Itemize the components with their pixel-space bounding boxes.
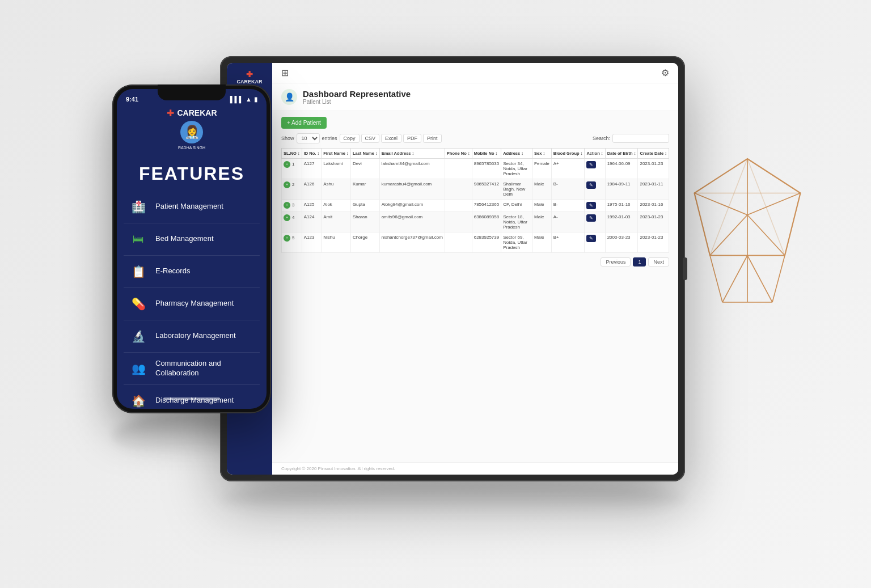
col-action: Action ↕ bbox=[585, 148, 605, 158]
header-title: Dashboard Representative bbox=[303, 89, 411, 99]
cell-mobile: 8965785635 bbox=[472, 158, 501, 179]
cell-dob: 1975-01-16 bbox=[605, 199, 638, 211]
cell-id: A125 bbox=[302, 199, 322, 211]
action-button[interactable]: ✎ bbox=[586, 181, 596, 189]
cell-id: A123 bbox=[302, 232, 322, 252]
action-button[interactable]: ✎ bbox=[586, 161, 596, 168]
cell-action[interactable]: ✎ bbox=[585, 158, 605, 179]
menu-item-pharmacy[interactable]: 💊 Pharmacy Management bbox=[124, 288, 260, 320]
tablet-topbar: ⊞ ⚙ bbox=[272, 63, 678, 83]
cell-email: lakshami84@gmail.com bbox=[379, 158, 445, 179]
action-button[interactable]: ✎ bbox=[586, 214, 596, 222]
tablet-footer: Copyright © 2020 Pinsout Innovation. All… bbox=[272, 462, 678, 475]
cell-mobile: 9865327412 bbox=[472, 179, 501, 199]
copy-button[interactable]: Copy bbox=[340, 134, 360, 143]
table-controls: Show 10 25 50 entries Copy CSV Excel bbox=[281, 133, 669, 143]
table-row: + 5 A123 Nishu Chorge nishantchorge737@g… bbox=[282, 232, 669, 252]
cell-firstname: Lakshami bbox=[322, 158, 351, 179]
cell-lastname: Gupta bbox=[350, 199, 379, 211]
add-patient-button[interactable]: + Add Patient bbox=[281, 117, 327, 129]
print-button[interactable]: Print bbox=[423, 134, 442, 143]
cell-created: 2023-01-23 bbox=[638, 158, 669, 179]
menu-item-discharge[interactable]: 🏠 Discharge Management bbox=[124, 385, 260, 409]
cell-firstname: Alok bbox=[322, 199, 351, 211]
phone-menu: 🏥 Patient Management 🛏 Bed Management 📋 … bbox=[117, 191, 267, 409]
cell-email: kumarashu4@gmail.com bbox=[379, 179, 445, 199]
header-text: Dashboard Representative Patient List bbox=[303, 89, 411, 105]
footer-text: Copyright © 2020 Pinsout Innovation. All… bbox=[281, 466, 395, 471]
cell-blood: B- bbox=[551, 199, 585, 211]
wifi-icon: ▲ bbox=[246, 96, 252, 103]
geometric-decoration bbox=[685, 153, 810, 311]
pdf-button[interactable]: PDF bbox=[403, 134, 421, 143]
svg-line-7 bbox=[772, 255, 785, 302]
cell-phone bbox=[445, 211, 472, 232]
home-indicator bbox=[163, 397, 220, 400]
cell-address: Sector 69, Noida, Uttar Pradesh bbox=[501, 232, 532, 252]
col-dob: Date of Birth ↕ bbox=[605, 148, 638, 158]
cell-mobile: 6283925739 bbox=[472, 232, 501, 252]
excel-button[interactable]: Excel bbox=[381, 134, 401, 143]
table-row: + 3 A125 Alok Gupta Alokg84@gmail.com 78… bbox=[282, 199, 669, 211]
scene: 9:41 ▌▌▌ ▲ ▮ ✚ CAREKAR 👩‍⚕️ RADHA SINGH bbox=[95, 39, 776, 549]
phone-status-icons: ▌▌▌ ▲ ▮ bbox=[230, 96, 257, 103]
search-input[interactable] bbox=[612, 134, 669, 143]
cell-action[interactable]: ✎ bbox=[585, 179, 605, 199]
cell-phone bbox=[445, 199, 472, 211]
cell-action[interactable]: ✎ bbox=[585, 199, 605, 211]
bed-icon: 🛏 bbox=[128, 229, 149, 249]
battery-icon: ▮ bbox=[254, 96, 257, 103]
action-button[interactable]: ✎ bbox=[586, 235, 596, 242]
gear-icon[interactable]: ⚙ bbox=[661, 67, 669, 78]
svg-line-2 bbox=[747, 193, 801, 215]
cell-address: Sector 18, Noida, Uttar Pradesh bbox=[501, 211, 532, 232]
cell-email: amits96@gmail.com bbox=[379, 211, 445, 232]
cell-dob: 1992-01-03 bbox=[605, 211, 638, 232]
table-controls-left: Show 10 25 50 entries Copy CSV Excel bbox=[281, 133, 442, 143]
cell-slno: + 1 bbox=[282, 158, 302, 179]
cell-action[interactable]: ✎ bbox=[585, 211, 605, 232]
menu-item-patient[interactable]: 🏥 Patient Management bbox=[124, 191, 260, 223]
menu-item-laboratory[interactable]: 🔬 Laboratory Management bbox=[124, 320, 260, 353]
menu-item-bed[interactable]: 🛏 Bed Management bbox=[124, 223, 260, 256]
export-buttons: Copy CSV Excel PDF Print bbox=[340, 134, 442, 143]
cell-action[interactable]: ✎ bbox=[585, 232, 605, 252]
col-blood: Blood Group ↕ bbox=[551, 148, 585, 158]
col-address: Address ↕ bbox=[501, 148, 532, 158]
cell-blood: A+ bbox=[551, 158, 585, 179]
brand-name: CAREKAR bbox=[177, 108, 217, 117]
bed-label: Bed Management bbox=[155, 234, 214, 244]
previous-button[interactable]: Previous bbox=[601, 257, 631, 266]
cell-sex: Female bbox=[532, 158, 552, 179]
communication-icon: 👥 bbox=[128, 358, 149, 379]
svg-line-15 bbox=[747, 159, 785, 256]
cell-id: A124 bbox=[302, 211, 322, 232]
col-email: Email Address ↕ bbox=[379, 148, 445, 158]
csv-button[interactable]: CSV bbox=[361, 134, 380, 143]
menu-item-erecords[interactable]: 📋 E-Records bbox=[124, 256, 260, 288]
cell-dob: 1964-06-09 bbox=[605, 158, 638, 179]
cell-address: Shalimar Bagh, New Delhi bbox=[501, 179, 532, 199]
cell-lastname: Kumar bbox=[350, 179, 379, 199]
cell-id: A126 bbox=[302, 179, 322, 199]
col-lastname: Last Name ↕ bbox=[350, 148, 379, 158]
cell-firstname: Nishu bbox=[322, 232, 351, 252]
action-button[interactable]: ✎ bbox=[586, 202, 596, 209]
cell-blood: B- bbox=[551, 179, 585, 199]
col-slno: SL.NO ↕ bbox=[282, 148, 302, 158]
header-icon: 👤 bbox=[281, 89, 297, 105]
grid-icon[interactable]: ⊞ bbox=[281, 67, 289, 78]
pharmacy-icon: 💊 bbox=[128, 294, 149, 314]
tablet-reflection bbox=[220, 481, 685, 515]
cell-firstname: Amit bbox=[322, 211, 351, 232]
cell-blood: B+ bbox=[551, 232, 585, 252]
next-button[interactable]: Next bbox=[648, 257, 669, 266]
tablet-header: 👤 Dashboard Representative Patient List bbox=[272, 83, 678, 111]
col-id: ID No. ↕ bbox=[302, 148, 322, 158]
sidebar-brand: ✚ CAREKAR bbox=[237, 70, 263, 84]
show-select[interactable]: 10 25 50 bbox=[297, 133, 320, 143]
page-1-button[interactable]: 1 bbox=[633, 257, 646, 266]
communication-label: Communication andCollaboration bbox=[155, 359, 221, 378]
erecords-label: E-Records bbox=[155, 266, 190, 276]
menu-item-communication[interactable]: 👥 Communication andCollaboration bbox=[124, 353, 260, 385]
